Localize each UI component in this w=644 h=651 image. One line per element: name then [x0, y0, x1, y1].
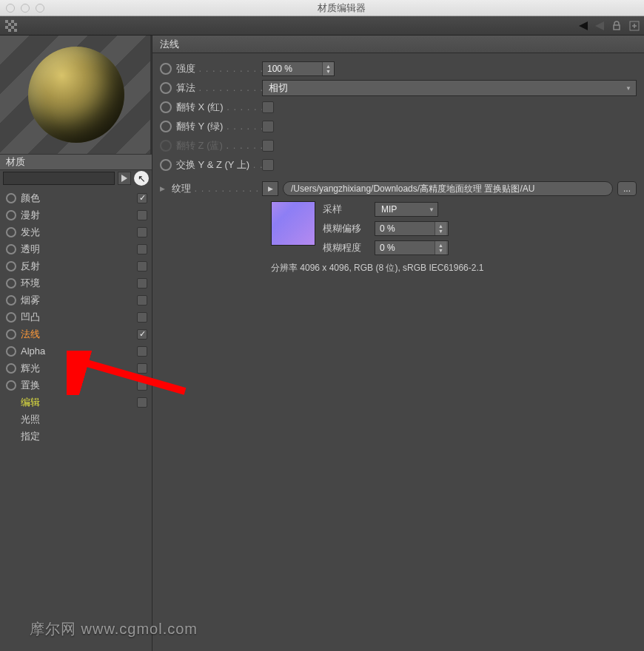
minimize-icon[interactable] — [21, 4, 30, 13]
channel-label: 漫射 — [21, 209, 133, 222]
ring-icon[interactable] — [160, 159, 172, 171]
window-controls[interactable] — [6, 4, 44, 13]
channel-checkbox[interactable] — [137, 210, 147, 220]
ring-icon[interactable] — [6, 329, 16, 340]
ring-icon[interactable] — [6, 295, 16, 306]
lock-icon[interactable] — [611, 21, 622, 31]
channel-checkbox[interactable] — [137, 193, 147, 203]
channel-checkbox[interactable] — [137, 295, 147, 306]
close-icon[interactable] — [6, 4, 15, 13]
flipx-checkbox[interactable] — [262, 101, 274, 113]
channel-item[interactable]: 光照 — [6, 411, 147, 428]
material-name-label[interactable]: 材质 — [0, 154, 152, 170]
ring-icon[interactable] — [6, 380, 16, 391]
add-icon[interactable] — [629, 21, 640, 31]
material-name-input[interactable] — [3, 172, 115, 185]
channel-item[interactable]: 颜色 — [6, 189, 147, 206]
channel-item[interactable]: 发光 — [6, 223, 147, 240]
channel-item[interactable]: 指定 — [6, 428, 147, 445]
channel-checkbox[interactable] — [137, 380, 147, 391]
algorithm-label: 算法 — [176, 81, 262, 95]
ring-icon[interactable] — [6, 244, 16, 254]
channel-item[interactable]: 透明 — [6, 240, 147, 257]
disclosure-icon[interactable]: ▶ — [160, 185, 167, 192]
channel-checkbox[interactable] — [137, 261, 147, 271]
channel-label: 编辑 — [21, 396, 133, 409]
channel-label: 辉光 — [21, 362, 133, 375]
ring-icon[interactable] — [6, 346, 16, 357]
channel-checkbox[interactable] — [137, 278, 147, 289]
preview-sphere — [28, 47, 124, 143]
blurscale-field[interactable]: 0 % ▲▼ — [375, 240, 449, 255]
picker-button[interactable]: ↖ — [134, 171, 149, 186]
nav-forward-icon — [595, 21, 604, 30]
flipy-label: 翻转 Y (绿) — [176, 120, 262, 133]
channel-label: 反射 — [21, 260, 133, 273]
channel-label: 环境 — [21, 277, 133, 290]
texture-path-field[interactable]: /Users/yangzhixiang/Downloads/高精度地面纹理 置换… — [283, 181, 613, 196]
channel-item[interactable]: 环境 — [6, 274, 147, 291]
chevron-down-icon: ▼ — [621, 85, 636, 92]
expand-button[interactable] — [118, 172, 131, 185]
channel-item[interactable]: 法线 — [6, 326, 147, 343]
flipy-checkbox[interactable] — [262, 121, 274, 132]
ring-icon[interactable] — [6, 227, 16, 237]
sampling-select[interactable]: MIP ▼ — [375, 202, 438, 217]
spinner-icon[interactable]: ▲▼ — [435, 241, 446, 254]
channel-item[interactable]: 凹凸 — [6, 308, 147, 326]
ring-icon[interactable] — [160, 82, 172, 94]
texture-label: 纹理 — [172, 182, 258, 195]
editor-toolbar — [0, 16, 644, 36]
svg-rect-4 — [5, 26, 8, 29]
ring-icon[interactable] — [6, 312, 16, 323]
swapyz-checkbox[interactable] — [262, 159, 274, 171]
strength-label: 强度 — [176, 62, 262, 75]
ring-icon[interactable] — [6, 193, 16, 203]
ring-icon — [160, 140, 172, 152]
spinner-icon[interactable]: ▲▼ — [322, 62, 334, 75]
maximize-icon[interactable] — [36, 4, 44, 13]
chevron-down-icon: ▼ — [426, 206, 437, 213]
channel-item[interactable]: Alpha — [6, 343, 147, 360]
flipx-label: 翻转 X (红) — [176, 101, 262, 114]
channel-checkbox[interactable] — [137, 329, 147, 340]
channel-item[interactable]: 漫射 — [6, 206, 147, 223]
svg-rect-3 — [14, 23, 17, 26]
channel-item[interactable]: 烟雾 — [6, 291, 147, 308]
flipz-label: 翻转 Z (蓝) — [176, 139, 262, 152]
ring-icon[interactable] — [160, 101, 172, 113]
channel-item[interactable]: 反射 — [6, 257, 147, 274]
nav-back-icon[interactable] — [579, 21, 588, 30]
browse-button[interactable]: ... — [617, 181, 637, 196]
channel-checkbox[interactable] — [137, 312, 147, 323]
ring-icon[interactable] — [6, 261, 16, 271]
ring-icon[interactable] — [6, 278, 16, 289]
channel-checkbox[interactable] — [137, 244, 147, 254]
channel-checkbox[interactable] — [137, 227, 147, 237]
sidebar: 材质 ↖ 颜色漫射发光透明反射环境烟雾凹凸法线Alpha辉光置换编辑光照指定 — [0, 36, 152, 651]
checker-icon[interactable] — [4, 19, 18, 33]
channel-checkbox[interactable] — [137, 397, 147, 408]
algorithm-select[interactable]: 相切 ▼ — [262, 80, 637, 96]
channel-checkbox[interactable] — [137, 346, 147, 357]
bluroffset-field[interactable]: 0 % ▲▼ — [375, 221, 449, 236]
channel-label: 透明 — [21, 243, 133, 256]
svg-rect-6 — [8, 29, 11, 32]
texture-swatch[interactable] — [271, 201, 315, 246]
spinner-icon[interactable]: ▲▼ — [435, 222, 446, 235]
ring-icon[interactable] — [160, 121, 172, 132]
material-preview[interactable] — [0, 36, 152, 154]
watermark: 摩尔网 www.cgmol.com — [30, 619, 198, 639]
texture-menu-button[interactable]: ▶ — [262, 181, 278, 196]
channel-label: 凹凸 — [21, 311, 133, 324]
strength-field[interactable]: 100 % ▲▼ — [262, 61, 335, 76]
ring-icon[interactable] — [160, 63, 172, 75]
channel-label: 颜色 — [21, 192, 133, 205]
channel-item[interactable]: 编辑 — [6, 394, 147, 411]
svg-rect-5 — [11, 26, 14, 29]
channel-item[interactable]: 辉光 — [6, 360, 147, 377]
ring-icon[interactable] — [6, 210, 16, 220]
channel-item[interactable]: 置换 — [6, 377, 147, 394]
channel-checkbox[interactable] — [137, 363, 147, 374]
ring-icon[interactable] — [6, 363, 16, 374]
